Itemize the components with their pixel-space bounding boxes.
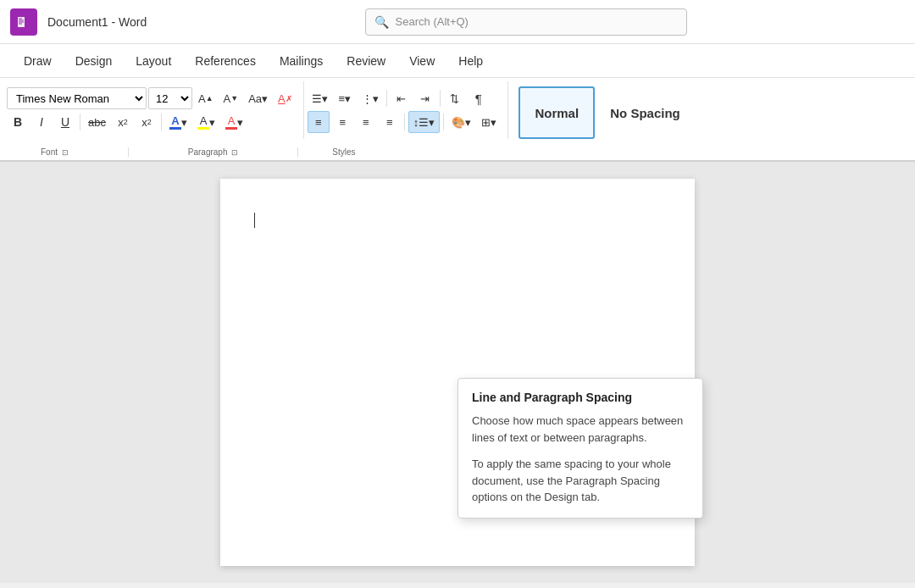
search-icon: 🔍	[374, 15, 389, 29]
app-icon	[10, 8, 37, 36]
highlight-button[interactable]: A▾	[193, 111, 219, 133]
tooltip-body1: Choose how much space appears between li…	[472, 413, 689, 446]
align-center-button[interactable]: ≡	[331, 111, 353, 133]
justify-button[interactable]: ≡	[379, 111, 401, 133]
decrease-font-button[interactable]: A▼	[219, 87, 243, 109]
menu-layout[interactable]: Layout	[125, 49, 181, 73]
multilevel-list-button[interactable]: ⋮▾	[358, 87, 383, 109]
align-left-button[interactable]: ≡	[308, 111, 330, 133]
line-spacing-button[interactable]: ↕☰▾	[408, 111, 441, 133]
menu-review[interactable]: Review	[336, 49, 396, 73]
font-color-button[interactable]: A▾	[165, 111, 191, 133]
line-spacing-tooltip: Line and Paragraph Spacing Choose how mu…	[458, 378, 703, 519]
paragraph-expand-icon[interactable]: ⊡	[231, 148, 238, 157]
font-section: Times New Roman 12 A▲ A▼ Aa▾ A✗ B I U	[7, 81, 304, 139]
tooltip-body2: To apply the same spacing to your whole …	[472, 456, 689, 506]
font-row2: B I U abc x2 x2 A▾ A▾ A▾	[7, 111, 297, 133]
show-formatting-button[interactable]: ¶	[468, 87, 490, 109]
title-bar: Document1 - Word 🔍 Search (Alt+Q)	[0, 0, 915, 44]
ribbon: Times New Roman 12 A▲ A▼ Aa▾ A✗ B I U	[0, 78, 915, 162]
numbered-list-button[interactable]: ≡▾	[334, 87, 356, 109]
font-row1: Times New Roman 12 A▲ A▼ Aa▾ A✗	[7, 87, 297, 109]
align-right-button[interactable]: ≡	[355, 111, 377, 133]
increase-font-button[interactable]: A▲	[194, 87, 218, 109]
text-cursor	[254, 213, 255, 228]
document-area: Line and Paragraph Spacing Choose how mu…	[0, 162, 915, 583]
search-placeholder: Search (Alt+Q)	[396, 15, 469, 28]
paragraph-section-label[interactable]: Paragraph ⊡	[129, 147, 298, 157]
document-title: Document1 - Word	[47, 15, 147, 29]
no-spacing-style-button[interactable]: No Spacing	[598, 86, 692, 139]
menu-references[interactable]: References	[185, 49, 266, 73]
decrease-indent-button[interactable]: ⇤	[391, 87, 413, 109]
strikethrough-button[interactable]: abc	[84, 111, 110, 133]
superscript-button[interactable]: x2	[136, 111, 158, 133]
menu-draw[interactable]: Draw	[14, 49, 62, 73]
change-case-button[interactable]: Aa▾	[244, 87, 272, 109]
subscript-button[interactable]: x2	[112, 111, 134, 133]
shading-button[interactable]: A▾	[221, 111, 247, 133]
menu-view[interactable]: View	[399, 49, 445, 73]
bullet-list-button[interactable]: ☰▾	[308, 87, 332, 109]
font-section-label[interactable]: Font ⊡	[7, 147, 129, 157]
paragraph-row2: ≡ ≡ ≡ ≡ ↕☰▾ 🎨▾ ⊞▾	[308, 111, 502, 133]
paragraph-border-button[interactable]: ⊞▾	[477, 111, 501, 133]
paragraph-shading-button[interactable]: 🎨▾	[447, 111, 475, 133]
font-expand-icon[interactable]: ⊡	[62, 148, 69, 157]
ribbon-footer: Font ⊡ Paragraph ⊡ Styles	[0, 147, 915, 160]
clear-format-button[interactable]: A✗	[274, 87, 297, 109]
menu-mailings[interactable]: Mailings	[269, 49, 333, 73]
search-bar[interactable]: 🔍 Search (Alt+Q)	[365, 8, 687, 36]
normal-style-button[interactable]: Normal	[518, 86, 595, 139]
bold-button[interactable]: B	[7, 111, 29, 133]
paragraph-row1: ☰▾ ≡▾ ⋮▾ ⇤ ⇥ ⇅ ¶	[308, 87, 502, 109]
underline-button[interactable]: U	[54, 111, 76, 133]
tooltip-title: Line and Paragraph Spacing	[472, 391, 689, 404]
font-family-select[interactable]: Times New Roman	[7, 87, 147, 109]
menu-design[interactable]: Design	[65, 49, 123, 73]
styles-section-label[interactable]: Styles	[298, 147, 389, 157]
paragraph-section: ☰▾ ≡▾ ⋮▾ ⇤ ⇥ ⇅ ¶ ≡ ≡ ≡ ≡	[308, 81, 509, 139]
increase-indent-button[interactable]: ⇥	[414, 87, 436, 109]
styles-section: Normal No Spacing	[512, 81, 908, 144]
italic-button[interactable]: I	[30, 111, 53, 133]
sort-button[interactable]: ⇅	[444, 87, 466, 109]
font-size-select[interactable]: 12	[148, 87, 192, 109]
menu-bar: Draw Design Layout References Mailings R…	[0, 44, 915, 78]
menu-help[interactable]: Help	[448, 49, 493, 73]
